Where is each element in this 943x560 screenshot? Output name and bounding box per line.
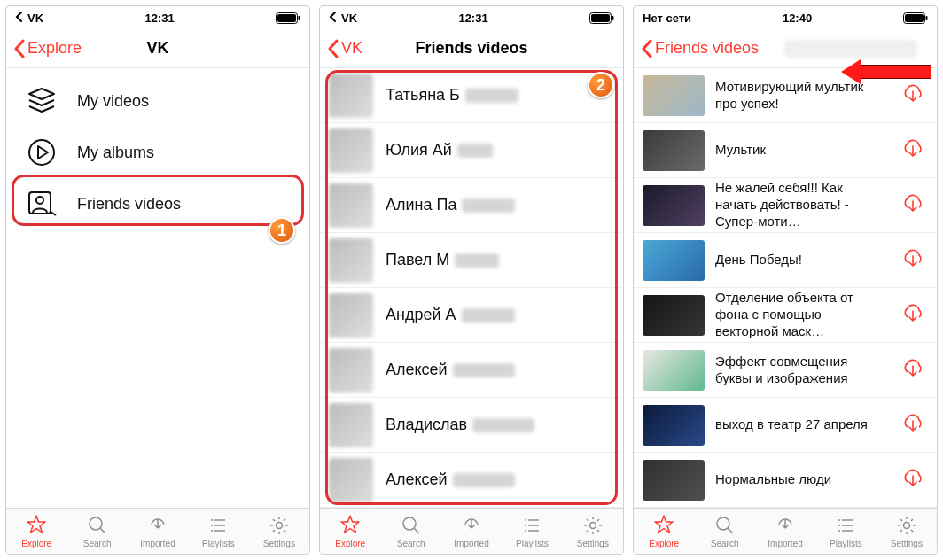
tab-bar: ExploreSearchImportedPlaylistsSettings [634,508,937,554]
svg-point-3 [29,140,54,165]
video-thumbnail [643,185,705,226]
video-row[interactable]: Нормальные люди [634,453,937,508]
carrier-label: VK [27,12,43,25]
callout-badge-2: 2 [588,72,614,98]
tab-explore[interactable]: Explore [6,509,66,554]
screen-3: Нет сети 12:40 Friends videos Мотивирующ… [633,5,938,555]
chevron-left-icon [13,39,26,58]
friend-row[interactable]: Андрей А [320,288,623,343]
gear-icon [581,514,604,537]
chevron-left-icon [327,39,339,58]
download-button[interactable] [898,358,928,383]
back-button[interactable]: Friends videos [641,39,759,58]
friend-name: Алина Па [386,196,515,214]
page-title: Friends videos [415,39,527,58]
tab-settings[interactable]: Settings [249,509,309,554]
tab-label: Imported [768,539,802,548]
tab-imported[interactable]: Imported [441,509,502,554]
friend-row[interactable]: Юлия Ай [320,123,623,178]
svg-rect-9 [612,16,614,20]
download-button[interactable] [898,193,928,218]
svg-point-17 [903,523,909,529]
tab-playlists[interactable]: Playlists [815,509,876,554]
tab-search[interactable]: Search [66,509,127,554]
friend-row[interactable]: Павел М [320,233,623,288]
tab-search[interactable]: Search [694,509,754,554]
friend-row[interactable]: Татьяна Б [320,68,623,123]
play-circle-icon [26,136,58,168]
video-thumbnail [643,240,705,281]
menu-item-my-albums[interactable]: My albums [6,127,309,178]
cloud-download-icon [900,468,925,493]
back-button[interactable]: Explore [13,39,82,58]
friend-row[interactable]: Алексей [320,453,623,508]
back-button[interactable]: VK [327,39,362,58]
svg-point-5 [36,197,43,204]
download-button[interactable] [898,468,928,493]
friend-row[interactable]: Алина Па [320,178,623,233]
download-button[interactable] [898,248,928,273]
tab-settings[interactable]: Settings [563,509,623,554]
gear-icon [268,514,291,537]
chevron-left-icon [641,39,653,58]
video-row[interactable]: Мультик [634,123,937,178]
download-button[interactable] [898,138,928,163]
tab-label: Search [83,539,112,548]
video-thumbnail [643,350,705,391]
tab-explore[interactable]: Explore [320,509,380,554]
search-icon [713,514,736,537]
video-thumbnail [643,75,705,116]
star-icon [339,514,362,537]
avatar [329,238,373,283]
svg-rect-14 [925,16,927,20]
status-bar: VK 12:31 [320,6,623,29]
svg-point-7 [276,523,282,529]
menu-item-friends-videos[interactable]: Friends videos [6,178,309,229]
video-row[interactable]: Не жалей себя!!! Как начать действовать!… [634,178,937,233]
friend-name: Андрей А [386,306,515,324]
page-title: VK [146,39,168,58]
clock: 12:40 [783,12,812,25]
video-row[interactable]: Эффект совмещения буквы и изображения [634,343,937,398]
tab-label: Imported [454,539,488,548]
tab-explore[interactable]: Explore [634,509,694,554]
tab-imported[interactable]: Imported [128,509,188,554]
video-thumbnail [643,460,705,501]
stack-icon [26,85,58,117]
video-row[interactable]: День Победы! [634,233,937,288]
tab-search[interactable]: Search [380,509,440,554]
svg-point-6 [90,517,102,530]
download-button[interactable] [898,83,928,108]
friend-row[interactable]: Владислав [320,398,623,453]
avatar [329,403,373,447]
menu-item-my-videos[interactable]: My videos [6,75,309,127]
battery-icon [589,12,614,24]
friend-name: Юлия Ай [386,141,493,159]
cloud-download-icon [900,413,925,438]
video-title: Эффект совмещения буквы и изображения [715,354,887,387]
carrier-label: Нет сети [643,12,691,25]
download-button[interactable] [898,413,928,438]
tab-settings[interactable]: Settings [877,509,937,554]
back-label: Explore [27,39,82,58]
avatar [329,348,373,393]
video-thumbnail [643,405,705,446]
video-title: Отделение объекта от фона с помощью вект… [715,290,887,339]
video-row[interactable]: выход в театр 27 апреля [634,398,937,453]
tab-playlists[interactable]: Playlists [502,509,562,554]
back-label: VK [341,39,362,58]
nav-header: Explore VK [6,29,309,68]
menu-label: My videos [77,92,149,111]
avatar [329,183,373,228]
cloud-download-icon [146,514,169,537]
tab-label: Settings [891,539,923,548]
friend-row[interactable]: Алексей [320,343,623,398]
tab-bar: ExploreSearchImportedPlaylistsSettings [6,508,309,554]
download-button[interactable] [898,303,928,328]
tab-imported[interactable]: Imported [755,509,815,554]
video-row[interactable]: Отделение объекта от фона с помощью вект… [634,288,937,343]
star-icon [25,514,48,537]
cloud-download-icon [460,514,483,537]
tab-playlists[interactable]: Playlists [188,509,248,554]
friend-name: Татьяна Б [386,86,518,105]
